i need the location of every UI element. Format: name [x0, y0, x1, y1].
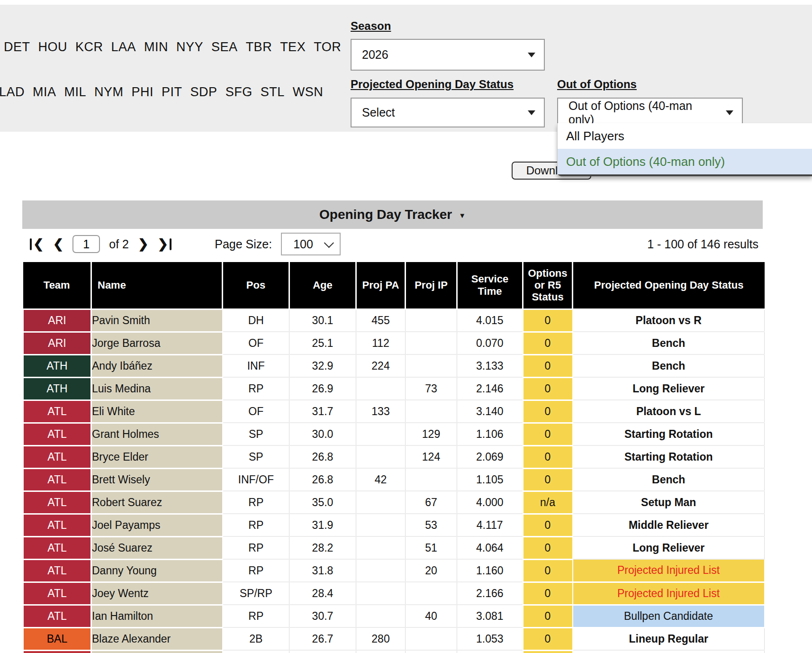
service-time-cell: 2.166 — [457, 582, 523, 605]
team-link-sdp[interactable]: SDP — [190, 85, 217, 100]
team-link-mia[interactable]: MIA — [33, 85, 56, 100]
team-link-wsn[interactable]: WSN — [293, 85, 324, 100]
first-page-button[interactable]: ❮ — [30, 236, 44, 252]
team-link-nym[interactable]: NYM — [94, 85, 124, 100]
season-select-value: 2026 — [362, 48, 388, 62]
service-time-cell: 0.070 — [457, 332, 523, 354]
team-link-det[interactable]: DET — [4, 40, 30, 54]
roster-resource-page: DETHOUKCRLAAMINNYYSEATBRTEXTOR LADMIAMIL… — [0, 0, 812, 653]
proj-pa-cell: 455 — [356, 309, 406, 332]
proj-ip-cell — [406, 650, 457, 653]
column-header: Age — [289, 262, 356, 309]
position-cell: 2B — [223, 627, 289, 650]
table-row: ATLJosé SuarezRP28.2514.0640Long Relieve… — [23, 536, 765, 559]
table-row: ATLIan HamiltonRP30.7403.0810Bullpen Can… — [23, 605, 765, 627]
age-cell: 28.2 — [289, 536, 356, 559]
age-cell: 26.9 — [289, 377, 356, 400]
options-cell: 0 — [523, 332, 573, 354]
previous-page-button[interactable]: ❮ — [53, 236, 64, 252]
team-link-nyy[interactable]: NYY — [176, 40, 203, 54]
position-cell: DH — [223, 309, 289, 332]
proj-pa-cell — [356, 491, 406, 514]
age-cell: 31.9 — [289, 514, 356, 536]
team-link-mil[interactable]: MIL — [64, 85, 87, 100]
table-row: ATLJoey WentzSP/RP28.42.1660Projected In… — [23, 582, 765, 605]
team-link-tbr[interactable]: TBR — [246, 40, 272, 54]
next-page-button[interactable]: ❯ — [138, 236, 149, 252]
team-badge: ATL — [23, 445, 91, 468]
page-size-label: Page Size: — [215, 237, 272, 251]
options-cell: 0 — [523, 582, 573, 605]
age-cell: 32.9 — [289, 354, 356, 377]
proj-ip-cell: 67 — [406, 491, 457, 514]
team-link-lad[interactable]: LAD — [0, 85, 25, 100]
table-row: ATLEli WhiteOF31.71333.1400Platoon vs L — [23, 400, 765, 423]
player-name-cell: Ian Hamilton — [91, 605, 223, 627]
service-time-cell: 1.160 — [457, 559, 523, 582]
player-name-cell: Luis Medina — [91, 377, 223, 400]
team-link-laa[interactable]: LAA — [111, 40, 136, 54]
service-time-cell: 3.081 — [457, 605, 523, 627]
team-link-tor[interactable]: TOR — [314, 40, 341, 54]
proj-ip-cell: 53 — [406, 514, 457, 536]
caret-down-icon — [528, 110, 535, 115]
options-cell: 0 — [523, 445, 573, 468]
menu-item[interactable]: All Players — [558, 123, 812, 149]
team-link-phi[interactable]: PHI — [132, 85, 154, 100]
table-row: ATLRobert SuarezRP35.0674.000n/aSetup Ma… — [23, 491, 765, 514]
player-name-cell — [91, 650, 223, 653]
proj-ip-cell — [406, 468, 457, 491]
pagination-bar: ❮ ❮ of 2 ❯ ❯ Page Size: 100 1 - 100 of 1… — [22, 232, 763, 256]
status-cell: Platoon vs L — [573, 400, 765, 423]
proj-ip-cell — [406, 332, 457, 354]
service-time-cell: 4.064 — [457, 536, 523, 559]
status-cell — [573, 650, 765, 653]
filter-panel: DETHOUKCRLAAMINNYYSEATBRTEXTOR LADMIAMIL… — [0, 5, 812, 132]
position-cell: SP — [223, 423, 289, 445]
status-cell: Setup Man — [573, 491, 765, 514]
proj-pa-cell: 280 — [356, 627, 406, 650]
season-select[interactable]: 2026 — [351, 39, 545, 71]
team-nav-row-nl: LADMIAMILNYMPHIPITSDPSFGSTLWSN — [0, 85, 323, 100]
table-row: ATLGrant HolmesSP30.01291.1060Starting R… — [23, 423, 765, 445]
menu-item[interactable]: Out of Options (40-man only) — [558, 149, 812, 174]
team-badge: ARI — [23, 309, 91, 332]
player-name-cell: Blaze Alexander — [91, 627, 223, 650]
opening-day-tracker-bar[interactable]: Opening Day Tracker ▼ — [22, 200, 763, 229]
team-link-min[interactable]: MIN — [144, 40, 168, 54]
team-link-tex[interactable]: TEX — [280, 40, 306, 54]
service-time-cell: 1.053 — [457, 627, 523, 650]
player-name-cell: Pavin Smith — [91, 309, 223, 332]
service-time-cell: 1.105 — [457, 468, 523, 491]
age-cell: 31.7 — [289, 400, 356, 423]
last-page-button[interactable]: ❯ — [158, 236, 172, 252]
team-link-sea[interactable]: SEA — [211, 40, 238, 54]
projected-status-select-value: Select — [362, 106, 395, 119]
status-cell: Bullpen Candidate — [573, 605, 765, 627]
first-page-icon — [30, 238, 32, 250]
status-cell: Projected Injured List — [573, 559, 765, 582]
status-cell: Bench — [573, 332, 765, 354]
team-link-stl[interactable]: STL — [261, 85, 285, 100]
team-badge: BAL — [23, 627, 91, 650]
team-link-sfg[interactable]: SFG — [226, 85, 253, 100]
position-cell: INF/OF — [223, 468, 289, 491]
team-link-pit[interactable]: PIT — [162, 85, 182, 100]
page-number-input[interactable] — [72, 235, 100, 253]
team-link-kcr[interactable]: KCR — [75, 40, 103, 54]
service-time-cell: 3.133 — [457, 354, 523, 377]
players-table: TeamNamePosAgeProj PAProj IPService Time… — [22, 262, 765, 653]
proj-ip-cell: 124 — [406, 445, 457, 468]
proj-pa-cell — [356, 423, 406, 445]
service-time-cell: 4.000 — [457, 491, 523, 514]
position-cell: OF — [223, 332, 289, 354]
projected-status-select[interactable]: Select — [351, 98, 545, 127]
team-badge: ATL — [23, 559, 91, 582]
position-cell: SP — [223, 445, 289, 468]
proj-pa-cell — [356, 514, 406, 536]
team-badge: ATL — [23, 514, 91, 536]
page-size-select[interactable]: 100 — [281, 233, 341, 255]
out-of-options-label: Out of Options — [557, 78, 637, 91]
column-header: Name — [91, 262, 223, 309]
team-link-hou[interactable]: HOU — [38, 40, 68, 54]
